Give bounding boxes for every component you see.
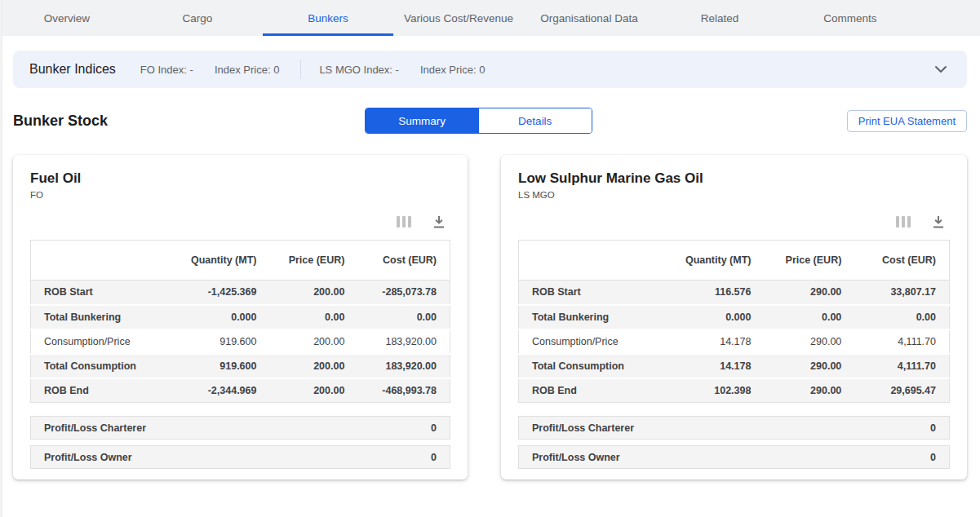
table-row: Total Bunkering0.0000.000.00 <box>519 305 950 329</box>
row-label: Total Consumption <box>31 354 174 378</box>
table-row: Total Consumption14.178290.004,111.70 <box>519 354 950 378</box>
row-label: ROB End <box>519 378 666 403</box>
page-left-edge <box>0 0 2 517</box>
row-value: -2,344.969 <box>173 378 269 403</box>
row-value: 290.00 <box>764 281 854 305</box>
row-value: 0.00 <box>357 305 450 329</box>
columns-icon[interactable] <box>896 216 911 228</box>
bunker-card: Low Sulphur Marine Gas Oil LS MGO Quanti… <box>501 155 967 479</box>
profit-loss-label: Profit/Loss Owner <box>44 452 132 463</box>
row-label: ROB End <box>31 378 174 403</box>
profit-loss-label: Profit/Loss Charterer <box>44 422 146 434</box>
bunker-indices-bar[interactable]: Bunker Indices FO Index: - Index Price: … <box>13 51 967 88</box>
page-title: Bunker Stock <box>13 113 108 130</box>
table-row: ROB Start-1,425.369200.00-285,073.78 <box>31 281 450 305</box>
row-value: 0.00 <box>854 305 949 329</box>
table-row: ROB End102.398290.0029,695.47 <box>519 378 950 403</box>
print-eua-statement-button[interactable]: Print EUA Statement <box>847 110 967 132</box>
row-value: 4,111.70 <box>854 329 949 354</box>
chevron-down-icon[interactable] <box>931 62 951 77</box>
row-value: 200.00 <box>269 281 357 305</box>
row-label: Total Consumption <box>519 354 666 378</box>
profit-loss-label: Profit/Loss Owner <box>532 452 620 463</box>
row-value: 14.178 <box>665 329 764 354</box>
card-title: Low Sulphur Marine Gas Oil <box>518 169 950 188</box>
row-value: 14.178 <box>665 354 764 378</box>
row-value: 183,920.00 <box>357 329 450 354</box>
card-title: Fuel Oil <box>30 169 450 188</box>
row-label: ROB Start <box>31 281 174 305</box>
bunker-stock-table: Quantity (MT)Price (EUR)Cost (EUR) ROB S… <box>30 240 450 403</box>
profit-loss-row: Profit/Loss Owner0 <box>30 445 450 469</box>
profit-loss-row: Profit/Loss Charterer0 <box>30 416 450 440</box>
tab-comments[interactable]: Comments <box>785 0 916 36</box>
profit-loss-value: 0 <box>930 452 936 463</box>
row-value: 0.00 <box>764 305 854 329</box>
profit-loss-value: 0 <box>431 422 437 434</box>
download-icon[interactable] <box>432 215 446 229</box>
tab-cargo[interactable]: Cargo <box>132 0 263 36</box>
row-value: 29,695.47 <box>854 378 949 403</box>
row-value: -1,425.369 <box>173 281 269 305</box>
bunker-stock-table: Quantity (MT)Price (EUR)Cost (EUR) ROB S… <box>518 240 950 403</box>
tab-related[interactable]: Related <box>654 0 785 36</box>
table-row: Consumption/Price919.600200.00183,920.00 <box>31 329 450 354</box>
card-toolbar <box>518 214 950 229</box>
tab-organisational-data[interactable]: Organisational Data <box>524 0 654 36</box>
bunker-card: Fuel Oil FO Quantity (MT)Price (EUR)Cost… <box>13 155 468 479</box>
row-value: 183,920.00 <box>357 354 450 378</box>
profit-loss-section: Profit/Loss Charterer0Profit/Loss Owner0 <box>518 416 950 469</box>
row-value: 919.600 <box>173 329 269 354</box>
fo-index-label: FO Index: - <box>140 64 193 76</box>
row-value: 4,111.70 <box>854 354 949 378</box>
row-value: 0.000 <box>173 305 269 329</box>
download-icon[interactable] <box>932 215 945 229</box>
profit-loss-row: Profit/Loss Charterer0 <box>518 416 950 440</box>
tab-various-cost-revenue[interactable]: Various Cost/Revenue <box>393 0 524 36</box>
tab-bar: OverviewCargoBunkersVarious Cost/Revenue… <box>0 0 980 36</box>
row-label: Consumption/Price <box>519 329 666 354</box>
table-row: ROB End-2,344.969200.00-468,993.78 <box>31 378 450 403</box>
row-value: 102.398 <box>665 378 764 403</box>
column-header: Price (EUR) <box>764 241 854 281</box>
table-header-row: Quantity (MT)Price (EUR)Cost (EUR) <box>31 241 450 281</box>
row-value: 0.000 <box>665 305 764 329</box>
profit-loss-row: Profit/Loss Owner0 <box>518 445 950 469</box>
tab-bunkers[interactable]: Bunkers <box>263 0 393 36</box>
table-row: Consumption/Price14.178290.004,111.70 <box>519 329 950 354</box>
row-value: 33,807.17 <box>854 281 949 305</box>
tab-summary[interactable]: Summary <box>366 108 479 133</box>
indices-divider <box>300 60 301 79</box>
table-row: ROB Start116.576290.0033,807.17 <box>519 281 950 305</box>
table-header-row: Quantity (MT)Price (EUR)Cost (EUR) <box>519 241 950 281</box>
column-header: Quantity (MT) <box>665 241 764 281</box>
row-value: 919.600 <box>173 354 269 378</box>
row-value: 290.00 <box>764 329 854 354</box>
bunker-stock-header: Bunker Stock Summary Details Print EUA S… <box>13 106 967 135</box>
row-value: 200.00 <box>269 329 357 354</box>
column-header <box>519 241 666 281</box>
column-header: Cost (EUR) <box>854 241 949 281</box>
column-header <box>31 241 174 281</box>
tab-details[interactable]: Details <box>479 108 592 133</box>
row-label: Total Bunkering <box>31 305 174 329</box>
row-value: 116.576 <box>665 281 764 305</box>
columns-icon[interactable] <box>397 216 412 228</box>
row-label: ROB Start <box>519 281 666 305</box>
profit-loss-value: 0 <box>930 422 936 434</box>
profit-loss-value: 0 <box>431 452 437 463</box>
row-value: -285,073.78 <box>357 281 450 305</box>
tab-overview[interactable]: Overview <box>2 0 132 36</box>
view-toggle: Summary Details <box>365 108 592 134</box>
column-header: Cost (EUR) <box>357 241 450 281</box>
card-subtitle: LS MGO <box>518 189 950 201</box>
row-value: 200.00 <box>269 354 357 378</box>
row-value: 290.00 <box>764 378 854 403</box>
column-header: Price (EUR) <box>269 241 357 281</box>
row-value: 290.00 <box>764 354 854 378</box>
profit-loss-section: Profit/Loss Charterer0Profit/Loss Owner0 <box>30 416 450 469</box>
column-header: Quantity (MT) <box>173 241 269 281</box>
row-label: Consumption/Price <box>31 329 174 354</box>
profit-loss-label: Profit/Loss Charterer <box>532 422 634 434</box>
card-toolbar <box>30 214 450 229</box>
